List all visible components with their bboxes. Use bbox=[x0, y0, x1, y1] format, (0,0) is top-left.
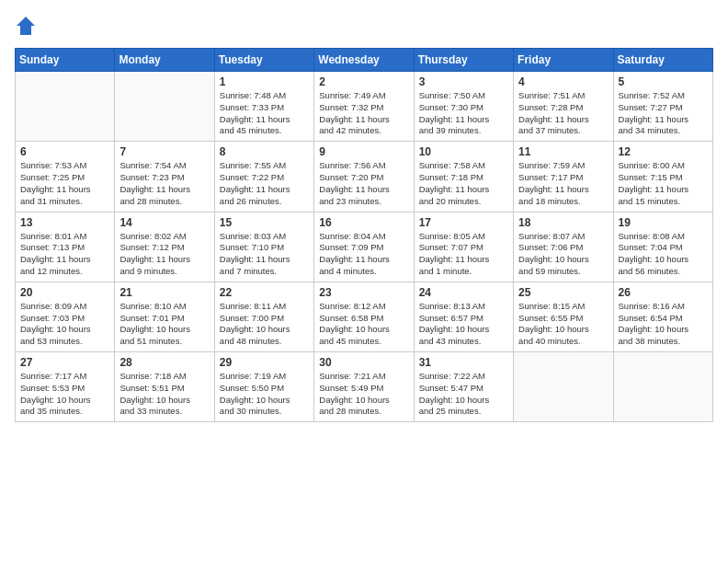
day-number: 13 bbox=[20, 216, 109, 229]
day-number: 22 bbox=[220, 286, 309, 299]
header-day-wednesday: Wednesday bbox=[314, 49, 414, 72]
day-detail: Sunrise: 7:48 AM Sunset: 7:33 PM Dayligh… bbox=[220, 90, 309, 137]
header bbox=[15, 15, 713, 37]
header-day-thursday: Thursday bbox=[414, 49, 513, 72]
calendar-cell: 24Sunrise: 8:13 AM Sunset: 6:57 PM Dayli… bbox=[414, 282, 513, 351]
day-detail: Sunrise: 7:59 AM Sunset: 7:17 PM Dayligh… bbox=[518, 160, 608, 207]
calendar-cell: 20Sunrise: 8:09 AM Sunset: 7:03 PM Dayli… bbox=[16, 282, 115, 351]
day-detail: Sunrise: 8:09 AM Sunset: 7:03 PM Dayligh… bbox=[20, 301, 109, 348]
calendar-cell: 28Sunrise: 7:18 AM Sunset: 5:51 PM Dayli… bbox=[115, 352, 214, 422]
calendar-week-5: 27Sunrise: 7:17 AM Sunset: 5:53 PM Dayli… bbox=[16, 352, 713, 422]
day-detail: Sunrise: 8:05 AM Sunset: 7:07 PM Dayligh… bbox=[419, 231, 508, 278]
calendar-cell: 21Sunrise: 8:10 AM Sunset: 7:01 PM Dayli… bbox=[115, 282, 214, 351]
calendar-cell: 15Sunrise: 8:03 AM Sunset: 7:10 PM Dayli… bbox=[214, 212, 313, 282]
day-number: 15 bbox=[220, 216, 309, 229]
day-detail: Sunrise: 7:51 AM Sunset: 7:28 PM Dayligh… bbox=[518, 90, 608, 137]
calendar-cell: 8Sunrise: 7:55 AM Sunset: 7:22 PM Daylig… bbox=[214, 142, 313, 212]
header-day-friday: Friday bbox=[514, 49, 613, 72]
calendar-cell: 18Sunrise: 8:07 AM Sunset: 7:06 PM Dayli… bbox=[514, 212, 613, 282]
header-day-sunday: Sunday bbox=[16, 49, 115, 72]
header-row: SundayMondayTuesdayWednesdayThursdayFrid… bbox=[16, 49, 713, 72]
day-number: 29 bbox=[220, 356, 309, 369]
calendar-week-3: 13Sunrise: 8:01 AM Sunset: 7:13 PM Dayli… bbox=[16, 212, 713, 282]
day-number: 7 bbox=[119, 145, 209, 158]
day-number: 9 bbox=[319, 145, 408, 158]
day-detail: Sunrise: 8:00 AM Sunset: 7:15 PM Dayligh… bbox=[619, 160, 708, 207]
calendar-cell bbox=[16, 72, 115, 142]
day-number: 4 bbox=[518, 75, 608, 88]
calendar-cell: 3Sunrise: 7:50 AM Sunset: 7:30 PM Daylig… bbox=[414, 72, 513, 142]
day-detail: Sunrise: 7:54 AM Sunset: 7:23 PM Dayligh… bbox=[119, 160, 209, 207]
day-detail: Sunrise: 7:19 AM Sunset: 5:50 PM Dayligh… bbox=[220, 371, 309, 418]
day-number: 14 bbox=[119, 216, 209, 229]
day-number: 11 bbox=[518, 145, 608, 158]
calendar-cell: 27Sunrise: 7:17 AM Sunset: 5:53 PM Dayli… bbox=[16, 352, 115, 422]
calendar-cell: 5Sunrise: 7:52 AM Sunset: 7:27 PM Daylig… bbox=[613, 72, 712, 142]
calendar-header: SundayMondayTuesdayWednesdayThursdayFrid… bbox=[16, 49, 713, 72]
day-number: 23 bbox=[319, 286, 408, 299]
calendar-cell: 14Sunrise: 8:02 AM Sunset: 7:12 PM Dayli… bbox=[115, 212, 214, 282]
calendar-cell: 11Sunrise: 7:59 AM Sunset: 7:17 PM Dayli… bbox=[514, 142, 613, 212]
calendar-cell bbox=[514, 352, 613, 422]
day-detail: Sunrise: 7:52 AM Sunset: 7:27 PM Dayligh… bbox=[619, 90, 708, 137]
day-detail: Sunrise: 8:16 AM Sunset: 6:54 PM Dayligh… bbox=[619, 301, 708, 348]
day-detail: Sunrise: 7:50 AM Sunset: 7:30 PM Dayligh… bbox=[419, 90, 508, 137]
day-detail: Sunrise: 8:15 AM Sunset: 6:55 PM Dayligh… bbox=[518, 301, 608, 348]
day-detail: Sunrise: 8:11 AM Sunset: 7:00 PM Dayligh… bbox=[220, 301, 309, 348]
day-number: 6 bbox=[20, 145, 109, 158]
calendar-cell: 2Sunrise: 7:49 AM Sunset: 7:32 PM Daylig… bbox=[314, 72, 414, 142]
calendar-cell: 26Sunrise: 8:16 AM Sunset: 6:54 PM Dayli… bbox=[613, 282, 712, 351]
calendar-cell: 1Sunrise: 7:48 AM Sunset: 7:33 PM Daylig… bbox=[214, 72, 313, 142]
calendar-week-4: 20Sunrise: 8:09 AM Sunset: 7:03 PM Dayli… bbox=[16, 282, 713, 351]
day-number: 25 bbox=[518, 286, 608, 299]
calendar-cell: 4Sunrise: 7:51 AM Sunset: 7:28 PM Daylig… bbox=[514, 72, 613, 142]
day-detail: Sunrise: 8:03 AM Sunset: 7:10 PM Dayligh… bbox=[220, 231, 309, 278]
day-number: 26 bbox=[619, 286, 708, 299]
calendar-body: 1Sunrise: 7:48 AM Sunset: 7:33 PM Daylig… bbox=[16, 72, 713, 422]
day-number: 18 bbox=[518, 216, 608, 229]
calendar-cell: 12Sunrise: 8:00 AM Sunset: 7:15 PM Dayli… bbox=[613, 142, 712, 212]
day-detail: Sunrise: 7:17 AM Sunset: 5:53 PM Dayligh… bbox=[20, 371, 109, 418]
header-day-saturday: Saturday bbox=[613, 49, 712, 72]
day-number: 5 bbox=[619, 75, 708, 88]
day-number: 1 bbox=[220, 75, 309, 88]
calendar-cell: 30Sunrise: 7:21 AM Sunset: 5:49 PM Dayli… bbox=[314, 352, 414, 422]
day-detail: Sunrise: 7:53 AM Sunset: 7:25 PM Dayligh… bbox=[20, 160, 109, 207]
logo-icon bbox=[15, 15, 37, 37]
day-number: 8 bbox=[220, 145, 309, 158]
day-number: 28 bbox=[119, 356, 209, 369]
svg-marker-0 bbox=[17, 17, 35, 35]
day-detail: Sunrise: 8:01 AM Sunset: 7:13 PM Dayligh… bbox=[20, 231, 109, 278]
calendar-cell: 16Sunrise: 8:04 AM Sunset: 7:09 PM Dayli… bbox=[314, 212, 414, 282]
day-number: 10 bbox=[419, 145, 508, 158]
page-container: SundayMondayTuesdayWednesdayThursdayFrid… bbox=[0, 0, 728, 430]
day-number: 19 bbox=[619, 216, 708, 229]
day-detail: Sunrise: 7:21 AM Sunset: 5:49 PM Dayligh… bbox=[319, 371, 408, 418]
day-number: 12 bbox=[619, 145, 708, 158]
calendar-cell: 6Sunrise: 7:53 AM Sunset: 7:25 PM Daylig… bbox=[16, 142, 115, 212]
day-detail: Sunrise: 7:22 AM Sunset: 5:47 PM Dayligh… bbox=[419, 371, 508, 418]
day-detail: Sunrise: 8:13 AM Sunset: 6:57 PM Dayligh… bbox=[419, 301, 508, 348]
calendar-cell: 23Sunrise: 8:12 AM Sunset: 6:58 PM Dayli… bbox=[314, 282, 414, 351]
day-detail: Sunrise: 8:07 AM Sunset: 7:06 PM Dayligh… bbox=[518, 231, 608, 278]
day-detail: Sunrise: 8:10 AM Sunset: 7:01 PM Dayligh… bbox=[119, 301, 209, 348]
header-day-monday: Monday bbox=[115, 49, 214, 72]
calendar-cell: 9Sunrise: 7:56 AM Sunset: 7:20 PM Daylig… bbox=[314, 142, 414, 212]
day-number: 20 bbox=[20, 286, 109, 299]
day-number: 2 bbox=[319, 75, 408, 88]
day-detail: Sunrise: 7:49 AM Sunset: 7:32 PM Dayligh… bbox=[319, 90, 408, 137]
calendar-cell: 29Sunrise: 7:19 AM Sunset: 5:50 PM Dayli… bbox=[214, 352, 313, 422]
day-detail: Sunrise: 7:18 AM Sunset: 5:51 PM Dayligh… bbox=[119, 371, 209, 418]
calendar-week-2: 6Sunrise: 7:53 AM Sunset: 7:25 PM Daylig… bbox=[16, 142, 713, 212]
day-number: 3 bbox=[419, 75, 508, 88]
day-detail: Sunrise: 7:55 AM Sunset: 7:22 PM Dayligh… bbox=[220, 160, 309, 207]
day-number: 31 bbox=[419, 356, 508, 369]
day-detail: Sunrise: 8:12 AM Sunset: 6:58 PM Dayligh… bbox=[319, 301, 408, 348]
day-number: 30 bbox=[319, 356, 408, 369]
calendar-cell: 22Sunrise: 8:11 AM Sunset: 7:00 PM Dayli… bbox=[214, 282, 313, 351]
logo bbox=[15, 15, 39, 37]
day-detail: Sunrise: 8:08 AM Sunset: 7:04 PM Dayligh… bbox=[619, 231, 708, 278]
calendar-cell: 10Sunrise: 7:58 AM Sunset: 7:18 PM Dayli… bbox=[414, 142, 513, 212]
calendar-week-1: 1Sunrise: 7:48 AM Sunset: 7:33 PM Daylig… bbox=[16, 72, 713, 142]
calendar-cell bbox=[613, 352, 712, 422]
